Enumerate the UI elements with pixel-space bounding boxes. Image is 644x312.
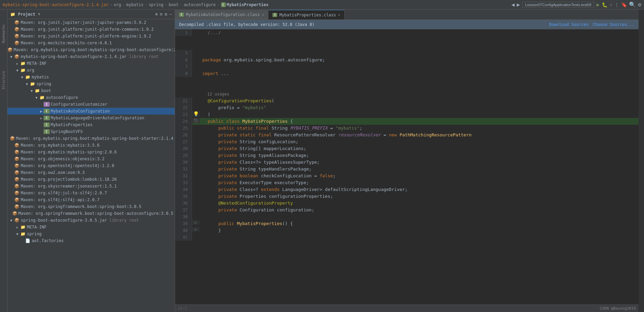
tree-item-spring-boot-vfs[interactable]: C SpringBootVFS — [7, 128, 175, 135]
decompile-notice-bar: Decompiled .class file, bytecode version… — [175, 20, 639, 29]
breadcrumb-jar[interactable]: mybatis-spring-boot-autoconfigure-2.1.4.… — [3, 2, 109, 7]
breadcrumb-org[interactable]: org — [114, 2, 121, 7]
jar-icon: 📦 — [14, 54, 20, 59]
search-icon[interactable]: 🔍 — [629, 1, 636, 8]
tree-item-mybatis-356[interactable]: 📦 Maven: org.mybatis:mybatis:3.5.6 — [7, 142, 175, 149]
code-editor[interactable]: 1 /.../ 5 6 — [175, 29, 639, 304]
tree-item-config-customizer[interactable]: I ConfigurationCustomizer — [7, 101, 175, 108]
class-icon: C — [44, 109, 50, 114]
debug-icon[interactable]: 🐛 — [602, 2, 608, 8]
tree-item-junit-commons[interactable]: 📦 Maven: org.junit.platform:junit-platfo… — [7, 26, 175, 33]
tree-item-spring-boot[interactable]: 📦 Maven: org.springframework.boot:spring… — [7, 203, 175, 210]
maven-icon: 📦 — [14, 27, 20, 32]
class-tab-icon-active: C — [272, 13, 277, 17]
tree-item-mybatis-pkg[interactable]: ▼ 📁 mybatis — [7, 74, 175, 80]
code-line-31: 31 private String typeHandlersPackage; — [175, 166, 639, 173]
tree-item-lang-driver[interactable]: ▶ C MybatisLanguageDriverAutoConfigurati… — [7, 115, 175, 121]
tree-item-junit-engine[interactable]: 📦 Maven: org.junit.platform:junit-platfo… — [7, 33, 175, 40]
tree-item-lombok[interactable]: 📦 Maven: org.projectlombok:lombok:1.18.2… — [7, 176, 175, 183]
breadcrumb-class[interactable]: MybatisProperties — [227, 2, 269, 7]
tree-item-junit-params[interactable]: 📦 Maven: org.junit.jupiter:junit-jupiter… — [7, 19, 175, 26]
tree-item-aot-factories[interactable]: 📄 aot.factories — [7, 237, 175, 244]
scroll-to-source-icon[interactable]: ⊕ — [155, 12, 158, 17]
code-line-7: 7 — [175, 63, 639, 70]
left-sidebar-strip: Bookmarks Structure — [0, 10, 7, 312]
status-info: 24:1 — [178, 306, 187, 311]
code-line-21: 21 @ConfigurationProperties( — [175, 98, 639, 104]
run-icon[interactable]: ▶ — [596, 1, 600, 8]
tree-item-mockito-core[interactable]: 📦 Maven: org.mockito:mockito-core:4.8.1 — [7, 40, 175, 46]
tree-item-spring-boot-jar[interactable]: ▼ 📦 spring-boot-autoconfigure-3.0.5.jar … — [7, 217, 175, 224]
tree-item-mybatis-jar[interactable]: ▼ 📦 mybatis-spring-boot-autoconfigure-2.… — [7, 53, 175, 60]
tree-item-asm[interactable]: 📦 Maven: org.ow2.asm:asm:9.3 — [7, 169, 175, 176]
back-icon[interactable]: ◀ — [512, 1, 515, 8]
tree-item-mybatis-starter[interactable]: 📦 Maven: org.mybatis.spring.boot:mybatis… — [7, 135, 175, 142]
tree-item-mybatis-spring[interactable]: 📦 Maven: org.mybatis:mybatis-spring:2.0.… — [7, 149, 175, 155]
status-bar: 24:1 CSDN @Beyong2019 — [175, 304, 639, 312]
choose-sources-link[interactable]: Choose Sources... — [593, 22, 634, 27]
watermark: CSDN @Beyong2019 — [600, 306, 636, 311]
editor-area: C MybatisAutoConfiguration.class × C Myb… — [175, 10, 639, 312]
tab-close-active-icon[interactable]: × — [338, 13, 341, 17]
code-line-32: 32 private boolean checkConfigLocation =… — [175, 173, 639, 179]
collapse-all-icon[interactable]: ≡ — [160, 12, 163, 17]
code-line-24: 24 ⚫ public class MybatisProperties { — [175, 118, 639, 125]
tree-item-boot-pkg[interactable]: ▼ 📁 boot — [7, 87, 175, 94]
tree-item-slf4j-api[interactable]: 📦 Maven: org.slf4j:slf4j-api:2.0.7 — [7, 196, 175, 203]
tree-item-spring-2[interactable]: ▼ 📁 spring — [7, 231, 175, 237]
tree-item-objenesis[interactable]: 📦 Maven: org.objenesis:objenesis:3.2 — [7, 155, 175, 162]
tree-item-opentest4j[interactable]: 📦 Maven: org.opentest4j:opentest4j:1.2.0 — [7, 162, 175, 169]
tree-item-org[interactable]: ▼ 📁 org — [7, 67, 175, 74]
folder-icon: 📁 — [20, 61, 26, 66]
project-tree[interactable]: 📦 Maven: org.junit.jupiter:junit-jupiter… — [7, 19, 175, 312]
code-line-34: 34 private Class<? extends LanguageDrive… — [175, 186, 639, 193]
breadcrumb-mybatis[interactable]: mybatis — [126, 2, 144, 7]
code-line-41: 41 — [175, 234, 639, 241]
coverage-icon[interactable]: ⚡ — [610, 2, 612, 8]
tab-close-icon[interactable]: × — [262, 13, 264, 17]
close-panel-icon[interactable]: — — [169, 12, 172, 17]
download-sources-link[interactable]: Download Sources — [549, 22, 589, 27]
breadcrumb-spring[interactable]: spring — [149, 2, 163, 7]
tree-item-mockito-junit[interactable]: 📦 Maven: org.mybatis.spring.boot:mybatis… — [7, 46, 175, 53]
code-line-37: 37 private Configuration configuration; — [175, 207, 639, 213]
settings-icon[interactable]: ⚙ — [638, 1, 641, 8]
folder-icon: 📁 — [34, 88, 40, 93]
bookmark-icon[interactable]: 🔖 — [621, 2, 627, 8]
panel-header: 📁 Project ▼ ⊕ ≡ ⚙ — — [7, 10, 175, 19]
tree-item-spring-pkg[interactable]: ▼ 📁 spring — [7, 80, 175, 87]
class-icon: C — [44, 116, 50, 120]
maven-icon: 📦 — [14, 34, 20, 39]
interface-icon: I — [44, 102, 50, 107]
code-line-usages: 12 usages — [175, 91, 639, 98]
tree-item-jsonassert[interactable]: 📦 Maven: org.skyscreamer:jsonassert:1.5.… — [7, 183, 175, 190]
tree-item-mybatis-autoconfig[interactable]: ▶ C MybatisAutoConfiguration — [7, 108, 175, 115]
code-line-25: 25 public static final String MYBATIS_PR… — [175, 125, 639, 132]
code-line-40: 40 ▷ } — [175, 227, 639, 234]
tree-item-jul-slf4j[interactable]: 📦 Maven: org.slf4j:jul-to-slf4j:2.0.7 — [7, 190, 175, 196]
code-line-blank3 — [175, 77, 639, 84]
tab-mybatis-autoconfig[interactable]: C MybatisAutoConfiguration.class × — [175, 10, 268, 19]
options-icon[interactable]: ⚙ — [164, 12, 167, 17]
code-line-33: 33 private ExecutorType executorType; — [175, 179, 639, 186]
more-run-icon[interactable]: ⋮ — [614, 2, 619, 8]
maven-icon: 📦 — [14, 20, 20, 25]
run-config-selector[interactable]: Lession07ConfigApplicationTests.test09 — [522, 2, 594, 8]
tab-label: MybatisAutoConfiguration.class — [186, 12, 260, 17]
decompile-notice-text: Decompiled .class file, bytecode version… — [179, 22, 549, 27]
tab-bar: C MybatisAutoConfiguration.class × C Myb… — [175, 10, 639, 20]
project-panel: 📁 Project ▼ ⊕ ≡ ⚙ — 📦 Maven: org.junit.j… — [7, 10, 175, 312]
breadcrumb-boot[interactable]: boot — [169, 2, 178, 7]
code-line-blank1 — [175, 36, 639, 43]
tree-item-autoconfigure-pkg[interactable]: ▼ 📁 autoconfigure — [7, 94, 175, 101]
folder-icon: 📁 — [25, 75, 31, 79]
tree-item-spring-boot-ac[interactable]: 📦 Maven: org.springframework.boot:spring… — [7, 210, 175, 217]
tree-item-mybatis-props[interactable]: C MybatisProperties — [7, 121, 175, 128]
breadcrumb-autoconfigure[interactable]: autoconfigure — [184, 2, 216, 7]
forward-icon[interactable]: ▶ — [517, 1, 520, 8]
tab-mybatis-props[interactable]: C MybatisProperties.class × — [268, 10, 345, 19]
bookmarks-label: Bookmarks — [2, 25, 5, 43]
code-line-36: 36 @NestedConfigurationProperty — [175, 200, 639, 207]
tree-item-meta-inf-2[interactable]: ▶ 📁 META-INF — [7, 224, 175, 231]
tree-item-meta-inf[interactable]: ▶ 📁 META-INF — [7, 60, 175, 67]
